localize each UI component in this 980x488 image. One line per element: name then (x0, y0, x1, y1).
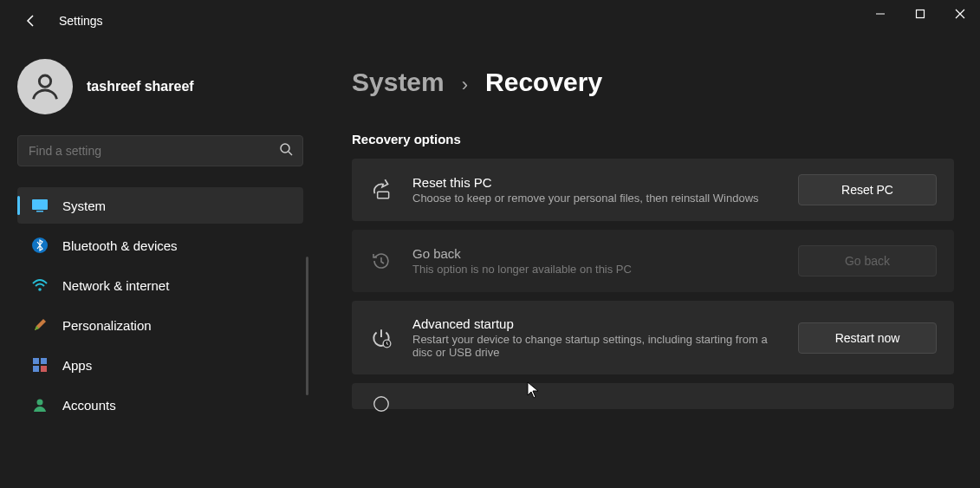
nav-label: Network & internet (62, 278, 169, 293)
arrow-left-icon (24, 14, 38, 28)
main: System › Recovery Recovery options Reset… (312, 42, 980, 488)
nav-label: Personalization (62, 318, 152, 333)
go-back-button: Go back (798, 245, 937, 277)
nav-label: Bluetooth & devices (62, 238, 178, 253)
svg-point-8 (38, 288, 42, 291)
sidebar: tashreef shareef System Bluetooth & devi… (0, 42, 312, 488)
nav-item-apps[interactable]: Apps (17, 347, 303, 383)
reset-icon (369, 179, 393, 201)
maximize-button[interactable] (900, 0, 940, 28)
svg-rect-10 (41, 358, 47, 364)
user-block[interactable]: tashreef shareef (17, 59, 303, 114)
nav: System Bluetooth & devices Network & int… (17, 187, 303, 423)
card-reset-pc: Reset this PC Choose to keep or remove y… (352, 159, 954, 221)
reset-pc-button[interactable]: Reset PC (798, 174, 937, 205)
card-advanced-startup: Advanced startup Restart your device to … (352, 301, 954, 374)
svg-point-16 (374, 397, 389, 412)
svg-point-2 (39, 75, 50, 87)
username: tashreef shareef (87, 79, 194, 94)
svg-rect-11 (33, 366, 39, 372)
close-button[interactable] (940, 0, 980, 28)
app-title: Settings (59, 14, 103, 28)
svg-point-3 (281, 144, 289, 153)
nav-item-bluetooth[interactable]: Bluetooth & devices (17, 227, 303, 264)
minimize-icon (875, 9, 886, 19)
sidebar-scrollbar[interactable] (306, 257, 308, 395)
nav-item-network[interactable]: Network & internet (17, 267, 303, 303)
person-icon (29, 70, 62, 103)
nav-item-accounts[interactable]: Accounts (17, 387, 303, 423)
power-settings-icon (369, 327, 393, 349)
search-input[interactable] (17, 135, 303, 166)
breadcrumb-parent[interactable]: System (352, 68, 445, 97)
card-go-back: Go back This option is no longer availab… (352, 230, 954, 292)
nav-label: Apps (62, 358, 92, 373)
accounts-icon (31, 396, 49, 413)
wifi-icon (31, 277, 49, 294)
svg-line-4 (289, 152, 292, 155)
card-desc: This option is no longer available on th… (412, 263, 779, 276)
card-desc: Restart your device to change startup se… (412, 333, 779, 359)
card-peek (352, 383, 954, 409)
card-title: Reset this PC (412, 175, 779, 190)
svg-rect-9 (33, 358, 39, 364)
nav-item-system[interactable]: System (17, 187, 303, 224)
section-title: Recovery options (352, 132, 954, 146)
svg-rect-1 (917, 10, 925, 18)
breadcrumb-current: Recovery (485, 68, 602, 97)
svg-rect-14 (378, 192, 389, 198)
search-wrap (17, 135, 303, 166)
svg-rect-6 (36, 211, 43, 212)
search-icon (279, 142, 293, 159)
svg-point-13 (37, 400, 43, 406)
restart-now-button[interactable]: Restart now (798, 322, 937, 354)
avatar (17, 59, 73, 114)
card-desc: Choose to keep or remove your personal f… (412, 192, 779, 205)
help-icon (369, 394, 393, 413)
breadcrumb: System › Recovery (352, 68, 954, 97)
minimize-button[interactable] (860, 0, 900, 28)
nav-item-personalization[interactable]: Personalization (17, 307, 303, 343)
nav-label: Accounts (62, 398, 116, 413)
close-icon (955, 9, 965, 19)
bluetooth-icon (31, 237, 49, 254)
display-icon (31, 197, 49, 214)
back-button[interactable] (17, 7, 45, 35)
brush-icon (31, 316, 49, 334)
apps-icon (31, 356, 49, 374)
window-controls (860, 0, 980, 28)
maximize-icon (915, 9, 925, 19)
titlebar: Settings (0, 0, 980, 42)
card-title: Advanced startup (412, 316, 779, 331)
history-icon (369, 251, 393, 271)
svg-rect-5 (32, 199, 48, 210)
svg-rect-12 (41, 366, 47, 372)
chevron-right-icon: › (462, 74, 468, 96)
nav-label: System (62, 198, 106, 213)
card-title: Go back (412, 246, 779, 261)
